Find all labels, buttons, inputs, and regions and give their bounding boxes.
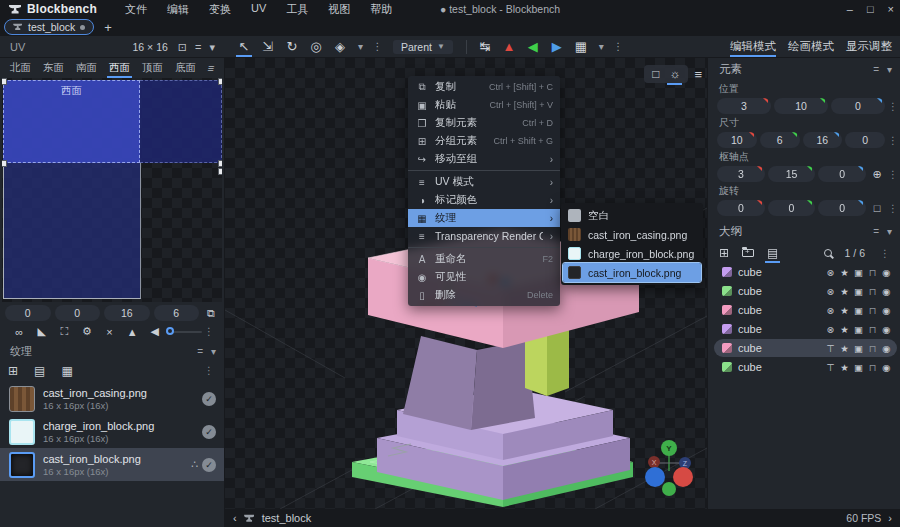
face-tab-3[interactable]: 西面 — [103, 58, 136, 78]
number-input[interactable]: 15 — [768, 166, 816, 182]
eye-icon[interactable]: ◉ — [881, 305, 892, 316]
viewport-menu-icon[interactable]: ≡ — [694, 67, 701, 82]
number-input[interactable]: 0 — [831, 98, 885, 114]
mode-tab-0[interactable]: 编辑模式 — [730, 36, 776, 57]
number-input[interactable]: 0 — [717, 200, 765, 216]
uv-handle-br[interactable] — [218, 160, 222, 167]
face-tab-5[interactable]: 底面 — [169, 58, 202, 78]
import-texture-icon[interactable]: ⊞ — [8, 364, 18, 378]
more-actions-icon[interactable]: ▾ — [594, 36, 609, 57]
star-icon[interactable]: ★ — [839, 324, 850, 335]
search-icon[interactable] — [824, 246, 832, 260]
circle-x-icon[interactable]: ⊗ — [825, 286, 836, 297]
camera-icon[interactable]: ▣ — [853, 324, 864, 335]
uv-handle-bl[interactable] — [2, 160, 7, 167]
pivot-marker-icon[interactable]: ⊕ — [869, 168, 885, 181]
textures-overflow-icon[interactable]: ⋮ — [202, 365, 216, 376]
star-icon[interactable]: ★ — [839, 343, 850, 354]
uv-editor[interactable]: 西面 — [2, 78, 222, 302]
number-input[interactable]: 10 — [717, 132, 757, 148]
submenu-item-3[interactable]: cast_iron_block.png — [563, 263, 701, 282]
pin-icon[interactable]: ⊤ — [825, 362, 836, 373]
new-tab-button[interactable]: + — [104, 20, 112, 35]
camera-icon[interactable]: ▣ — [853, 305, 864, 316]
circle-x-icon[interactable]: ⊗ — [825, 267, 836, 278]
menu-item-duplicate[interactable]: ❐复制元素Ctrl + D — [408, 114, 560, 132]
menu-item-move-to-group[interactable]: ↪移动至组› — [408, 150, 560, 168]
more-tools-icon[interactable]: ▾ — [353, 36, 368, 57]
outliner-overflow-icon[interactable]: ⋮ — [878, 248, 892, 259]
uv-adjacent-face[interactable] — [140, 80, 222, 163]
mode-tab-2[interactable]: 显示调整 — [846, 36, 892, 57]
circle-x-icon[interactable]: ⊗ — [825, 305, 836, 316]
menu-item-list[interactable]: ≡Transparency Render Order› — [408, 227, 560, 245]
star-icon[interactable]: ★ — [839, 305, 850, 316]
menu-item-paste[interactable]: ▣粘贴Ctrl + [Shift] + V — [408, 96, 560, 114]
uv-rotation-slider[interactable] — [166, 331, 202, 333]
lock-icon[interactable]: ⊓ — [867, 324, 878, 335]
minimize-button[interactable]: – — [847, 0, 853, 18]
mirror-tool-icon[interactable]: ↹ — [474, 36, 496, 57]
status-back-icon[interactable]: ‹ — [233, 512, 237, 524]
camera-icon[interactable]: ▣ — [853, 286, 864, 297]
camera-icon[interactable]: ▣ — [853, 343, 864, 354]
number-input[interactable]: 0 — [768, 200, 816, 216]
submenu-item-1[interactable]: cast_iron_casing.png — [563, 225, 701, 244]
uv-collapse-icon[interactable]: ▾ — [209, 37, 215, 57]
star-icon[interactable]: ★ — [839, 362, 850, 373]
star-icon[interactable]: ★ — [839, 286, 850, 297]
texture-item-0[interactable]: cast_iron_casing.png16 x 16px (16x)✓ — [0, 382, 224, 415]
face-tab-4[interactable]: 顶面 — [136, 58, 169, 78]
uv-value-3[interactable]: 6 — [154, 305, 200, 321]
link-uv-icon[interactable]: ∞ — [8, 326, 31, 338]
rotate-tool-icon[interactable]: ↻ — [281, 36, 303, 57]
flip-horizontal-icon[interactable]: ▲ — [121, 326, 144, 338]
close-button[interactable]: × — [888, 0, 894, 18]
vertex-snap-tool-icon[interactable]: ◈ — [329, 36, 351, 57]
texture-enabled-icon[interactable]: ✓ — [202, 392, 216, 406]
circle-x-icon[interactable]: ⊗ — [825, 324, 836, 335]
menu-item-rename[interactable]: A重命名F2 — [408, 250, 560, 268]
textures-menu-icon[interactable]: = — [197, 346, 203, 357]
uv-selected-face[interactable]: 西面 — [3, 80, 140, 163]
number-input[interactable]: 0 — [818, 166, 866, 182]
navigation-gizmo[interactable]: X Z Y — [639, 433, 699, 497]
camera-icon[interactable]: ▣ — [853, 362, 864, 373]
outliner-cube-5[interactable]: cube⊤★▣⊓◉ — [714, 358, 897, 376]
auto-uv-icon[interactable]: ⚙ — [76, 325, 99, 338]
add-cube-icon[interactable]: ⊞ — [719, 246, 729, 260]
texture-enabled-icon[interactable]: ✓ — [202, 425, 216, 439]
lock-icon[interactable]: ⊓ — [867, 362, 878, 373]
rotation-space-select[interactable]: Parent ▼ — [393, 40, 453, 54]
create-texture-icon[interactable]: ▤ — [34, 364, 45, 378]
tab-test-block[interactable]: test_block — [4, 19, 94, 35]
menu-item-texture[interactable]: ▦纹理› — [408, 209, 560, 227]
rotation-plane-icon[interactable]: □ — [869, 202, 885, 214]
eye-icon[interactable]: ◉ — [881, 343, 892, 354]
texture-enabled-icon[interactable]: ✓ — [202, 458, 216, 472]
toolbar-overflow-icon[interactable]: ⋮ — [370, 36, 385, 57]
uv-handle-tr[interactable] — [218, 78, 222, 85]
menu-item-delete[interactable]: ▯删除Delete — [408, 286, 560, 304]
outliner-cube-1[interactable]: cube⊗★▣⊓◉ — [714, 282, 897, 300]
lock-icon[interactable]: ⊓ — [867, 305, 878, 316]
append-palette-icon[interactable]: ▦ — [61, 364, 72, 378]
menu-item-palette[interactable]: ◑标记颜色› — [408, 191, 560, 209]
element-collapse-icon[interactable]: ▾ — [887, 64, 892, 75]
number-input[interactable]: 16 — [803, 132, 843, 148]
flip-y-icon[interactable]: ◀ — [522, 36, 544, 57]
lock-icon[interactable]: ⊓ — [867, 343, 878, 354]
flip-z-icon[interactable]: ▶ — [546, 36, 568, 57]
uv-value-1[interactable]: 0 — [55, 305, 101, 321]
copy-uv-icon[interactable]: ⧉ — [203, 307, 219, 320]
textures-collapse-icon[interactable]: ▾ — [211, 346, 216, 357]
center-all-icon[interactable]: ▦ — [570, 36, 592, 57]
move-tool-icon[interactable]: ↖ — [233, 36, 255, 57]
outliner-cube-2[interactable]: cube⊗★▣⊓◉ — [714, 301, 897, 319]
toggle-hierarchy-icon[interactable]: ▤ — [767, 246, 778, 260]
menu-item-1[interactable]: 编辑 — [157, 0, 199, 19]
maximize-uv-icon[interactable]: ⛶ — [53, 325, 76, 338]
uv-handle-tl[interactable] — [2, 78, 7, 85]
vector-overflow-icon[interactable]: ⋮ — [888, 169, 896, 180]
status-forward-icon[interactable]: › — [888, 512, 892, 524]
